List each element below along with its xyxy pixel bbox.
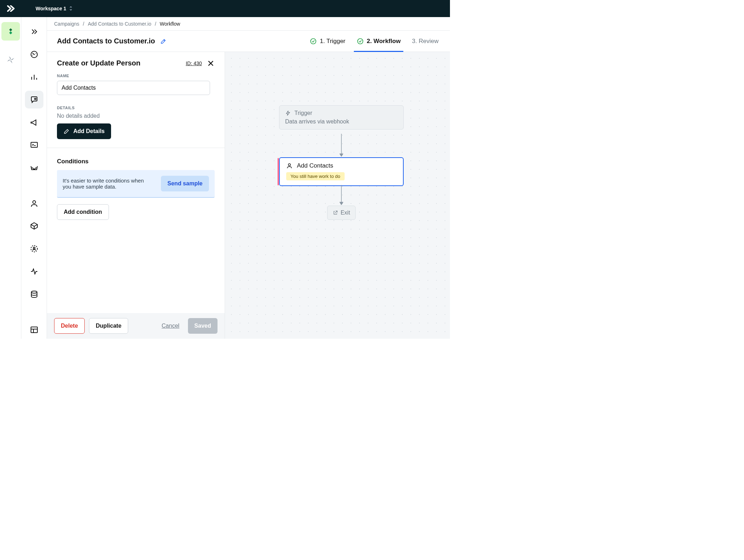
nav-objects[interactable] (25, 217, 43, 235)
workflow-canvas[interactable]: Trigger Data arrives via webhook Add Con… (225, 52, 450, 339)
panel-title: Create or Update Person (57, 59, 141, 67)
conditions-note-text: It's easier to write conditions when you… (63, 178, 148, 190)
terminal-icon (30, 141, 38, 149)
node-exit[interactable]: Exit (327, 206, 356, 220)
nav-data[interactable] (25, 285, 43, 303)
connector-arrow (338, 134, 345, 157)
pencil-icon (63, 128, 70, 134)
svg-rect-12 (31, 327, 37, 333)
step-trigger[interactable]: 1. Trigger (308, 31, 347, 52)
person-circle-icon (30, 244, 38, 253)
workspace-label: Workspace 1 (36, 6, 66, 11)
check-circle-icon (357, 38, 364, 45)
nav-inbox[interactable] (25, 159, 43, 176)
connector-arrow (338, 185, 345, 206)
breadcrumb-root[interactable]: Campaigns (54, 21, 79, 27)
send-sample-button[interactable]: Send sample (161, 176, 209, 191)
details-empty-text: No details added (57, 113, 215, 119)
chevron-updown-icon (69, 6, 73, 11)
svg-point-14 (358, 38, 363, 44)
close-icon[interactable] (207, 59, 215, 67)
id-link[interactable]: ID: 430 (186, 60, 202, 66)
exit-label: Exit (341, 210, 350, 216)
saved-button: Saved (188, 318, 218, 334)
workspace-switcher[interactable]: Workspace 1 (36, 6, 73, 11)
speech-eye-icon (30, 95, 38, 104)
sample-data-note: It's easier to write conditions when you… (57, 170, 215, 198)
duplicate-button[interactable]: Duplicate (89, 318, 128, 334)
top-bar: Workspace 1 (0, 0, 450, 17)
nav-rail (21, 17, 47, 339)
add-details-button[interactable]: Add Details (57, 123, 111, 139)
nav-campaigns[interactable] (25, 91, 43, 109)
nav-dashboard[interactable] (25, 46, 43, 63)
activity-icon (30, 267, 38, 276)
svg-rect-1 (9, 31, 12, 34)
inbox-icon (30, 163, 38, 172)
svg-point-16 (288, 164, 290, 166)
divider (47, 148, 225, 148)
svg-point-5 (32, 55, 33, 56)
nav-content[interactable] (25, 321, 43, 339)
edit-icon[interactable] (160, 38, 167, 44)
main-area: Campaigns / Add Contacts to Customer.io … (47, 17, 450, 339)
action-title: Add Contacts (297, 162, 333, 169)
conditions-heading: Conditions (57, 158, 215, 165)
nav-activity-person[interactable] (25, 240, 43, 258)
svg-point-13 (311, 38, 316, 44)
add-condition-button[interactable]: Add condition (57, 204, 109, 220)
megaphone-icon (30, 118, 38, 127)
nav-analytics[interactable] (25, 68, 43, 86)
nav-code[interactable] (25, 136, 43, 154)
svg-point-6 (35, 98, 36, 100)
breadcrumb-parent[interactable]: Add Contacts to Customer.io (88, 21, 151, 27)
lightning-icon (285, 110, 291, 116)
product-app-primary[interactable] (1, 22, 20, 41)
svg-point-8 (33, 201, 36, 204)
node-trigger[interactable]: Trigger Data arrives via webhook (279, 105, 404, 130)
node-action[interactable]: Add Contacts You still have work to do (279, 157, 404, 186)
person-icon (286, 163, 293, 169)
breadcrumb-current: Workflow (160, 21, 180, 27)
title-bar: Add Contacts to Customer.io 1. Trigger 2… (47, 31, 450, 52)
name-input[interactable] (57, 81, 210, 95)
svg-point-4 (36, 53, 36, 54)
app-tile-icon (6, 27, 15, 36)
details-label: DETAILS (57, 106, 215, 110)
delete-button[interactable]: Delete (54, 318, 85, 334)
page-title: Add Contacts to Customer.io (57, 37, 155, 45)
database-icon (30, 290, 38, 299)
name-label: NAME (57, 74, 215, 78)
nav-activity-log[interactable] (25, 263, 43, 280)
panel-footer: Delete Duplicate Cancel Saved (47, 313, 225, 339)
external-link-icon (333, 210, 338, 215)
pinwheel-icon (6, 56, 15, 64)
nav-people[interactable] (25, 195, 43, 212)
breadcrumb: Campaigns / Add Contacts to Customer.io … (47, 17, 450, 31)
person-icon (30, 199, 38, 208)
svg-point-11 (31, 291, 37, 293)
bar-chart-icon (30, 73, 38, 81)
app-logo-icon (7, 5, 16, 12)
product-rail (0, 17, 21, 339)
wizard-steps: 1. Trigger 2. Workflow 3. Review (308, 31, 440, 52)
step-workflow[interactable]: 2. Workflow (355, 31, 402, 52)
check-circle-icon (310, 38, 317, 45)
gauge-icon (30, 50, 38, 59)
svg-point-10 (33, 247, 35, 249)
trigger-subtitle: Data arrives via webhook (285, 118, 398, 125)
svg-rect-0 (9, 28, 12, 31)
nav-broadcast[interactable] (25, 113, 43, 131)
cube-icon (30, 222, 38, 230)
svg-point-3 (33, 54, 35, 55)
nav-expand[interactable] (25, 23, 43, 41)
action-warning-badge: You still have work to do (286, 172, 345, 180)
svg-rect-7 (31, 142, 37, 147)
trigger-title: Trigger (294, 110, 312, 116)
step-review[interactable]: 3. Review (410, 31, 440, 52)
details-panel: Create or Update Person ID: 430 NAME DET… (47, 52, 225, 339)
cancel-link[interactable]: Cancel (162, 323, 179, 329)
layout-icon (30, 326, 38, 334)
product-app-secondary[interactable] (1, 51, 20, 69)
double-chevron-right-icon (30, 27, 38, 36)
